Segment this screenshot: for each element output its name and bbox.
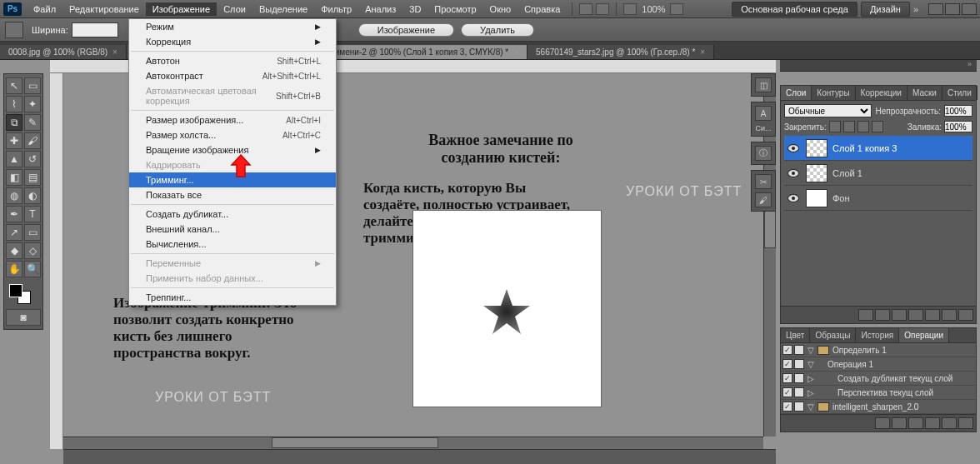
eyedropper-tool-icon[interactable]: ✎: [24, 114, 41, 131]
brush-panel-icon[interactable]: 🖌: [755, 192, 772, 207]
visibility-toggle-icon[interactable]: [788, 169, 799, 177]
lasso-tool-icon[interactable]: ⌇: [6, 96, 22, 112]
menu-3d[interactable]: 3D: [402, 2, 428, 16]
eraser-tool-icon[interactable]: ◧: [6, 169, 22, 186]
panel-tab-коррекции[interactable]: Коррекции: [856, 86, 908, 100]
close-tab-icon[interactable]: ×: [513, 47, 518, 57]
panel-tab-образцы[interactable]: Образцы: [810, 328, 856, 342]
type-tool-icon[interactable]: T: [24, 206, 41, 222]
image-button[interactable]: Изображение: [358, 23, 454, 37]
new-set-icon[interactable]: [925, 417, 940, 429]
visibility-toggle-icon[interactable]: [788, 144, 799, 152]
menu-анализ[interactable]: Анализ: [358, 2, 402, 16]
panel-tab-цвет[interactable]: Цвет: [781, 328, 810, 342]
panel-tab-операции[interactable]: Операции: [899, 328, 949, 342]
menu-item--[interactable]: Коррекция▶: [129, 34, 336, 49]
disclosure-icon[interactable]: ▷: [806, 388, 816, 397]
action-checkbox[interactable]: ✓: [782, 402, 792, 412]
delete-action-icon[interactable]: [958, 417, 973, 429]
close-tab-icon[interactable]: ×: [112, 47, 118, 57]
menu-слои[interactable]: Слои: [217, 2, 252, 16]
menu-item--[interactable]: Вращение изображения▶: [129, 142, 336, 157]
width-input[interactable]: [72, 22, 118, 37]
layer-fx-icon[interactable]: [875, 309, 890, 321]
panel-tab-слои[interactable]: Слои: [781, 86, 812, 100]
scrollbar-horizontal[interactable]: [63, 437, 763, 449]
workspace-main-button[interactable]: Основная рабочая среда: [732, 2, 858, 17]
disclosure-icon[interactable]: ▽: [806, 360, 816, 369]
blur-tool-icon[interactable]: ◍: [6, 187, 22, 204]
dodge-tool-icon[interactable]: ◐: [24, 187, 41, 204]
move-tool-icon[interactable]: ↖: [6, 77, 22, 94]
document-tab[interactable]: 56670149_stars2.jpg @ 100% (Гр.сер./8) *…: [528, 45, 714, 59]
color-swatches[interactable]: [6, 282, 41, 307]
crop-tool-icon[interactable]: ⧉: [6, 114, 22, 131]
adjustment-layer-icon[interactable]: [908, 309, 923, 321]
menu-item--[interactable]: АвтотонShift+Ctrl+L: [129, 53, 336, 68]
layer-name[interactable]: Слой 1 копия 3: [831, 143, 972, 153]
panel-tab-маски[interactable]: Маски: [908, 86, 942, 100]
record-icon[interactable]: [892, 417, 907, 429]
crop-tool-icon[interactable]: [5, 22, 23, 38]
link-layers-icon[interactable]: [858, 309, 873, 321]
layer-thumbnail[interactable]: [806, 139, 828, 157]
disclosure-icon[interactable]: ▷: [806, 374, 816, 383]
menu-выделение[interactable]: Выделение: [252, 2, 314, 16]
panel-tab-контуры[interactable]: Контуры: [812, 86, 855, 100]
character-panel-icon[interactable]: A: [755, 106, 772, 121]
action-dialog-toggle[interactable]: [794, 373, 804, 383]
new-action-icon[interactable]: [942, 417, 957, 429]
workspace-design-button[interactable]: Дизайн: [861, 2, 910, 17]
action-dialog-toggle[interactable]: [794, 345, 804, 355]
arrange-icon[interactable]: [579, 3, 592, 15]
menu-item--[interactable]: Тримминг...: [129, 172, 336, 187]
action-checkbox[interactable]: ✓: [782, 387, 792, 397]
quickmask-icon[interactable]: ◙: [6, 309, 41, 326]
lock-all-icon[interactable]: [872, 121, 883, 132]
layer-name[interactable]: Фон: [831, 193, 972, 203]
view-extras-icon[interactable]: [670, 3, 683, 15]
menu-item--[interactable]: Размер изображения...Alt+Ctrl+I: [129, 112, 336, 127]
layer-name[interactable]: Слой 1: [831, 168, 972, 178]
workspace-more-icon[interactable]: »: [913, 4, 918, 14]
disclosure-icon[interactable]: ▽: [806, 402, 816, 412]
action-row[interactable]: ✓▷Создать дубликат текущ слой: [781, 372, 976, 386]
disclosure-icon[interactable]: ▽: [806, 346, 816, 355]
menu-фильтр[interactable]: Фильтр: [314, 2, 358, 16]
menu-окно[interactable]: Окно: [483, 2, 518, 16]
menu-item--[interactable]: Показать все: [129, 187, 336, 202]
lock-pixels-icon[interactable]: [843, 121, 855, 132]
zoom-level[interactable]: 100%: [642, 4, 665, 14]
path-tool-icon[interactable]: ↗: [6, 224, 22, 241]
blend-mode-select[interactable]: Обычные: [784, 104, 872, 117]
screen-mode-icon[interactable]: [596, 3, 609, 15]
gradient-tool-icon[interactable]: ▤: [24, 169, 41, 186]
action-row[interactable]: ✓▽Операция 1: [781, 357, 976, 372]
menu-item--[interactable]: Размер холста...Alt+Ctrl+C: [129, 127, 336, 142]
menu-item--[interactable]: Внешний канал...: [129, 222, 336, 237]
zoom-tool-icon[interactable]: 🔍: [24, 261, 41, 277]
heal-tool-icon[interactable]: ✚: [6, 132, 22, 149]
info-panel-icon[interactable]: ⓘ: [755, 146, 772, 161]
action-checkbox[interactable]: ✓: [782, 345, 792, 355]
fill-input[interactable]: [944, 121, 972, 132]
collapse-panels-icon[interactable]: »: [780, 60, 977, 72]
layer-row[interactable]: Фон: [784, 186, 972, 211]
hand-tool-icon[interactable]: ✋: [6, 261, 22, 277]
menu-файл[interactable]: Файл: [27, 2, 62, 16]
foreground-color-swatch[interactable]: [9, 284, 22, 297]
3d-tool-icon[interactable]: ◆: [6, 242, 22, 259]
action-dialog-toggle[interactable]: [794, 387, 804, 397]
action-row[interactable]: ✓▷Перспектива текущ слой: [781, 386, 976, 400]
document-tab[interactable]: 0008.jpg @ 100% (RGB/8)×: [0, 45, 127, 59]
wand-tool-icon[interactable]: ✦: [24, 96, 41, 112]
stamp-tool-icon[interactable]: ▲: [6, 151, 22, 167]
menu-item--[interactable]: Создать дубликат...: [129, 207, 336, 222]
layer-mask-icon[interactable]: [892, 309, 907, 321]
panel-tab-стили[interactable]: Стили: [942, 86, 978, 100]
opacity-input[interactable]: [944, 105, 972, 117]
action-dialog-toggle[interactable]: [794, 402, 804, 412]
menu-просмотр[interactable]: Просмотр: [428, 2, 482, 16]
lock-position-icon[interactable]: [858, 121, 869, 132]
window-minimize-icon[interactable]: [928, 3, 943, 15]
